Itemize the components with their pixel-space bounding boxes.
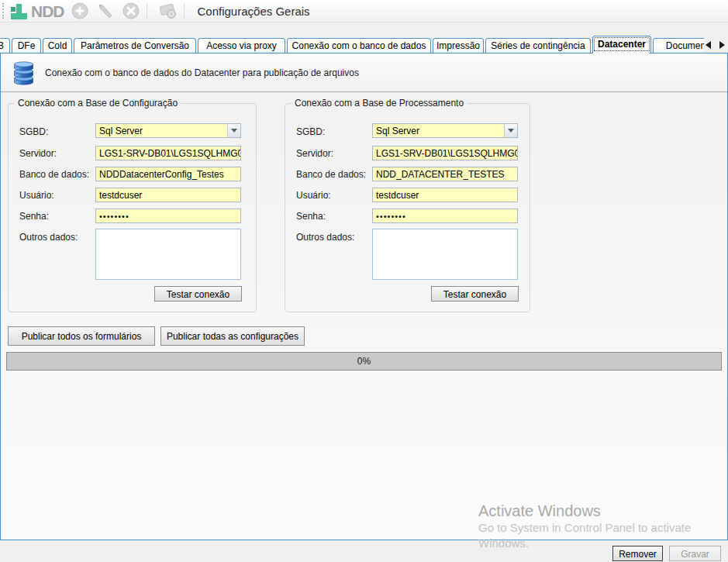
tab-dfe[interactable]: DFe [12, 38, 41, 53]
tab-impressao[interactable]: Impressão [433, 38, 484, 53]
gravar-button[interactable]: Gravar [669, 546, 721, 561]
database-icon [13, 60, 34, 85]
servidor-input[interactable]: LGS1-SRV-DB01\LGS1SQLHMG01 [372, 146, 518, 160]
window-title: Configurações Gerais [198, 5, 310, 18]
tab-cold[interactable]: Cold [43, 38, 72, 53]
tab-documentos[interactable]: Documente [653, 38, 704, 53]
outros-dados-label: Outros dados: [19, 232, 78, 243]
edit-pencil-icon [96, 2, 115, 20]
toolbar-separator [184, 3, 185, 19]
combobox-dropdown-button[interactable] [227, 124, 240, 137]
groupbox-base-processamento: Conexão com a Base de Processamento SGBD… [285, 103, 530, 312]
outros-dados-textarea[interactable] [372, 229, 518, 280]
groupbox-title: Conexão com a Base de Processamento [292, 98, 467, 109]
groupbox-base-configuracao: Conexão com a Base de Configuração SGBD:… [8, 103, 257, 312]
sgbd-value: Sql Server [99, 126, 143, 136]
usuario-input[interactable]: testdcuser [95, 188, 241, 202]
senha-label: Senha: [296, 211, 326, 222]
banco-de-dados-input[interactable]: NDD_DATACENTER_TESTES [372, 167, 518, 181]
tab-datacenter[interactable]: Datacenter [592, 36, 651, 53]
ndd-logo-icon [11, 2, 29, 19]
selected-tab-mask [593, 53, 649, 53]
cancel-icon [122, 2, 140, 20]
cancel-button[interactable] [121, 1, 141, 21]
remover-button[interactable]: Remover [612, 546, 663, 561]
outros-dados-textarea[interactable] [95, 229, 241, 280]
sgbd-label: SGBD: [296, 126, 325, 137]
servidor-input[interactable]: LGS1-SRV-DB01\LGS1SQLHMG01 [95, 146, 241, 160]
add-icon [71, 2, 89, 20]
tab-series-de-contingencia[interactable]: Séries de contingência [485, 38, 591, 53]
logo-text: NDD [31, 4, 64, 19]
banco-de-dados-label: Banco de dados: [19, 169, 89, 180]
sgbd-combobox[interactable]: Sql Server [372, 123, 518, 138]
publicar-configuracoes-button[interactable]: Publicar todas as configurações [160, 326, 305, 346]
servidor-label: Servidor: [19, 148, 57, 159]
sgbd-combobox[interactable]: Sql Server [95, 123, 241, 138]
tab-conexao-banco-dados[interactable]: Conexão com o banco de dados [287, 38, 431, 53]
tab-scroll-right[interactable] [719, 39, 725, 51]
toolbar-separator [147, 3, 147, 19]
sgbd-value: Sql Server [376, 126, 419, 136]
tab-parametros-de-conversao[interactable]: Parâmetros de Conversão [74, 38, 196, 53]
sgbd-label: SGBD: [19, 126, 48, 137]
footer-bar: Remover Gravar [0, 540, 728, 562]
senha-label: Senha: [19, 211, 49, 222]
usuario-label: Usuário: [296, 190, 331, 201]
add-button[interactable] [70, 1, 90, 21]
progress-bar: 0% [6, 352, 722, 371]
banco-de-dados-input[interactable]: NDDDatacenterConfig_Testes [95, 167, 241, 181]
publicar-formularios-button[interactable]: Publicar todos os formulários [8, 326, 155, 346]
testar-conexao-button[interactable]: Testar conexão [431, 286, 519, 302]
page-header: Conexão com o banco de dados do Datacent… [1, 53, 727, 92]
page-header-text: Conexão com o banco de dados do Datacent… [45, 67, 359, 78]
edit-button[interactable] [95, 1, 116, 21]
scroll-left-icon [706, 41, 711, 49]
senha-input[interactable]: •••••••• [372, 209, 518, 223]
chevron-down-icon [508, 129, 514, 133]
tab-bar: B DFe Cold Parâmetros de Conversão Acess… [0, 36, 704, 53]
groupbox-title: Conexão com a Base de Configuração [15, 98, 181, 109]
chevron-down-icon [231, 129, 237, 133]
toolbar: NDD Configurações Gerais [0, 0, 728, 22]
servidor-label: Servidor: [296, 148, 333, 159]
testar-conexao-button[interactable]: Testar conexão [154, 286, 242, 302]
outros-dados-label: Outros dados: [296, 232, 354, 243]
tab-acesso-via-proxy[interactable]: Acesso via proxy [198, 38, 285, 53]
tab-b[interactable]: B [0, 38, 10, 53]
usuario-label: Usuário: [19, 190, 54, 201]
banco-de-dados-label: Banco de dados: [296, 169, 366, 180]
tab-scroll-left[interactable] [706, 39, 711, 51]
toolbar-grip[interactable] [2, 3, 5, 19]
ndd-logo: NDD [11, 2, 64, 19]
scroll-right-icon [719, 41, 725, 49]
combobox-dropdown-button[interactable] [504, 124, 517, 137]
publish-icon [158, 2, 178, 20]
usuario-input[interactable]: testdcuser [372, 188, 518, 202]
publish-button[interactable] [158, 1, 178, 21]
senha-input[interactable]: •••••••• [95, 209, 241, 223]
